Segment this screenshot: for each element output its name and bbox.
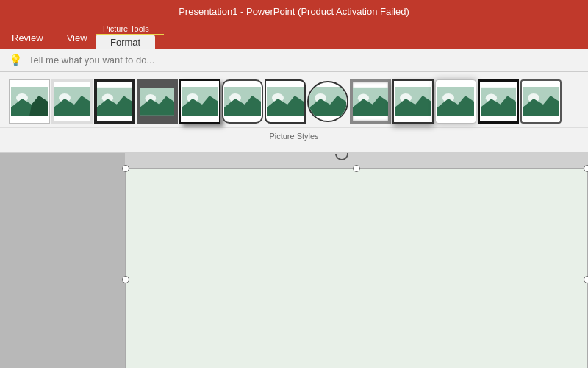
ribbon: Picture Styles xyxy=(0,72,588,153)
handle-top-right[interactable] xyxy=(584,165,588,172)
ribbon-section-label: Picture Styles xyxy=(0,127,588,144)
slide-canvas[interactable] xyxy=(125,168,588,368)
tab-format[interactable]: Format xyxy=(96,35,155,49)
title-bar: Presentation1 - PowerPoint (Product Acti… xyxy=(0,0,588,22)
picture-style-9[interactable] xyxy=(350,79,391,124)
handle-top-left[interactable] xyxy=(122,165,129,172)
picture-style-6[interactable] xyxy=(222,79,263,124)
picture-style-3[interactable] xyxy=(94,79,135,124)
canvas-area xyxy=(0,153,588,368)
tab-review[interactable]: Review xyxy=(0,26,55,49)
title-text: Presentation1 - PowerPoint (Product Acti… xyxy=(179,6,409,17)
tell-me-bar: 💡 xyxy=(0,49,588,72)
handle-top-mid[interactable] xyxy=(353,165,360,172)
picture-style-8[interactable] xyxy=(307,81,348,122)
picture-style-11[interactable] xyxy=(435,79,476,124)
picture-style-12[interactable] xyxy=(478,79,519,124)
picture-style-5[interactable] xyxy=(179,79,220,124)
context-tab-label: Picture Tools xyxy=(96,22,164,35)
picture-style-10[interactable] xyxy=(392,79,434,124)
lightbulb-icon: 💡 xyxy=(9,54,23,67)
picture-style-7[interactable] xyxy=(265,79,306,124)
picture-style-2[interactable] xyxy=(51,79,93,124)
slide-panel-left xyxy=(0,153,125,368)
rotation-handle[interactable] xyxy=(334,153,349,161)
picture-style-1[interactable] xyxy=(9,79,50,124)
selected-image[interactable] xyxy=(125,168,588,368)
tell-me-input[interactable] xyxy=(29,54,249,66)
handle-mid-left[interactable] xyxy=(122,276,129,283)
tab-view[interactable]: View xyxy=(55,26,99,49)
picture-style-4[interactable] xyxy=(137,79,178,124)
picture-style-13[interactable] xyxy=(520,79,562,124)
handle-mid-right[interactable] xyxy=(584,276,588,283)
